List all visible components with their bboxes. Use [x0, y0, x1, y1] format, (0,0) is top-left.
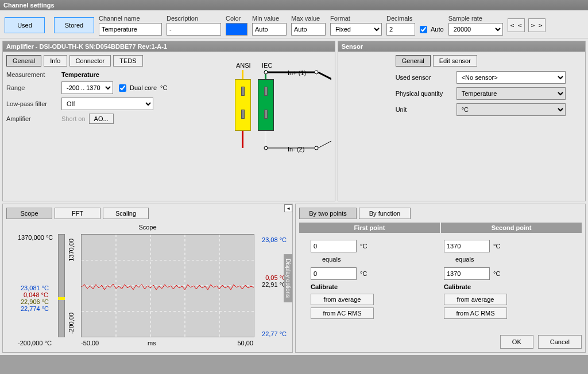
- lv3: 22,906 °C: [21, 298, 49, 305]
- amplifier-header: Amplifier - DSI-ODU-TH-K SN:D054BDBE77 R…: [3, 41, 335, 52]
- min-input[interactable]: [252, 23, 287, 36]
- rt1: 23,08 °C: [262, 236, 287, 243]
- decimals-label: Decimals: [386, 15, 444, 22]
- rt3: 22,91 °C: [262, 281, 287, 288]
- scope-tab[interactable]: Scope: [6, 208, 52, 219]
- format-label: Format: [330, 15, 382, 22]
- svg-point-7: [315, 146, 318, 150]
- ok-button[interactable]: OK: [500, 335, 533, 349]
- from-acrms-2[interactable]: from AC RMS: [444, 307, 507, 319]
- sensor-header: Sensor: [338, 41, 585, 52]
- short-on-text: Short on: [61, 115, 86, 122]
- next-button[interactable]: > >: [528, 18, 546, 32]
- used-sensor-select[interactable]: <No sensor>: [457, 71, 566, 84]
- rt4: 22,77 °C: [262, 330, 287, 337]
- lv1: 23,081 °C: [21, 285, 49, 291]
- lv4: 22,774 °C: [21, 305, 49, 312]
- p2a-input[interactable]: [444, 240, 490, 252]
- lv2: 0,048 °C: [24, 291, 48, 298]
- calibrate1: Calibrate: [311, 283, 437, 290]
- scope-chart: Scope 1370,000 °C -200,000 °C 23,081 °C …: [6, 223, 289, 349]
- ansi-label: ANSI: [236, 62, 251, 69]
- from-average-1[interactable]: from average: [311, 294, 374, 305]
- amplifier-label: Amplifier: [6, 115, 58, 122]
- by-function-tab[interactable]: By function: [359, 208, 411, 219]
- sample-label: Sample rate: [448, 15, 503, 22]
- scope-title: Scope: [138, 224, 156, 231]
- auto-label: Auto: [431, 26, 444, 33]
- unit-select[interactable]: °C: [457, 103, 566, 116]
- from-average-2[interactable]: from average: [444, 294, 507, 305]
- range-select[interactable]: -200 .. 1370: [61, 81, 113, 94]
- sensor-tab-general[interactable]: General: [396, 55, 431, 67]
- iec-label: IEC: [262, 62, 272, 69]
- range-label: Range: [6, 84, 58, 91]
- description-label: Description: [167, 15, 221, 22]
- min-label: Min value: [252, 15, 287, 22]
- y-bot: -200,000 °C: [18, 340, 52, 346]
- sensor-tab-edit[interactable]: Edit sensor: [433, 55, 477, 67]
- physical-quantity-select[interactable]: Temperature: [457, 87, 566, 100]
- svg-line-8: [318, 110, 331, 148]
- p1a-input[interactable]: [311, 240, 357, 252]
- lpf-select[interactable]: Off: [61, 98, 153, 110]
- format-select[interactable]: Fixed: [330, 23, 382, 36]
- fft-tab[interactable]: FFT: [55, 208, 100, 219]
- equals1: equals: [311, 256, 437, 263]
- lpf-label: Low-pass filter: [6, 100, 58, 107]
- color-label: Color: [226, 15, 247, 22]
- y2: -200,00: [68, 313, 75, 334]
- equals2: equals: [444, 256, 570, 263]
- measurement-value: Temperature: [61, 71, 99, 78]
- color-swatch[interactable]: [226, 23, 247, 36]
- xunit: ms: [148, 340, 156, 346]
- sample-select[interactable]: 20000: [448, 23, 503, 36]
- p1b-input[interactable]: [311, 267, 357, 280]
- svg-line-3: [318, 72, 331, 110]
- tab-connector[interactable]: Connector: [69, 55, 111, 67]
- p2b-input[interactable]: [444, 267, 490, 280]
- by-two-points-tab[interactable]: By two points: [299, 208, 357, 219]
- toolbar: Used Stored Channel name Description Col…: [0, 10, 588, 38]
- xr: 50,00: [237, 340, 253, 346]
- collapse-icon[interactable]: ◂: [284, 204, 292, 212]
- display-options-handle[interactable]: Display options: [284, 254, 292, 302]
- first-point-header: First point: [299, 223, 440, 233]
- auto-checkbox[interactable]: [420, 26, 427, 33]
- max-input[interactable]: [291, 23, 326, 36]
- y1: 1370,00: [68, 239, 75, 262]
- max-label: Max value: [291, 15, 326, 22]
- channel-name-label: Channel name: [99, 15, 162, 22]
- channel-name-input[interactable]: [99, 23, 162, 36]
- inminus-label: In- (2): [288, 146, 304, 153]
- tab-info[interactable]: Info: [44, 55, 67, 67]
- description-input[interactable]: [167, 23, 221, 36]
- used-sensor-label: Used sensor: [396, 74, 453, 81]
- xl: -50,00: [81, 340, 99, 346]
- ao-button[interactable]: AO...: [89, 114, 114, 124]
- cancel-button[interactable]: Cancel: [538, 335, 582, 349]
- dual-core-label: Dual core: [130, 84, 157, 91]
- decimals-input[interactable]: [386, 23, 415, 36]
- prev-button[interactable]: < <: [508, 18, 525, 32]
- svg-point-2: [315, 71, 318, 74]
- stored-button[interactable]: Stored: [54, 17, 94, 33]
- y-top: 1370,000 °C: [18, 234, 53, 241]
- range-unit: °C: [160, 84, 167, 91]
- unit-label: Unit: [396, 106, 453, 113]
- from-acrms-1[interactable]: from AC RMS: [311, 307, 374, 319]
- physical-quantity-label: Physical quantity: [396, 90, 453, 97]
- window-title: Channel settings: [0, 0, 588, 10]
- wiring-diagram: ANSI IEC In+ (1) In- (2): [184, 55, 331, 170]
- tab-teds[interactable]: TEDS: [113, 55, 142, 67]
- used-button[interactable]: Used: [5, 17, 45, 33]
- measurement-label: Measurement: [6, 71, 58, 78]
- scaling-tab[interactable]: Scaling: [103, 208, 149, 219]
- second-point-header: Second point: [441, 223, 582, 233]
- tab-general[interactable]: General: [6, 55, 41, 67]
- dual-core-checkbox[interactable]: [119, 84, 126, 92]
- calibrate2: Calibrate: [444, 283, 570, 290]
- inplus-label: In+ (1): [288, 69, 306, 76]
